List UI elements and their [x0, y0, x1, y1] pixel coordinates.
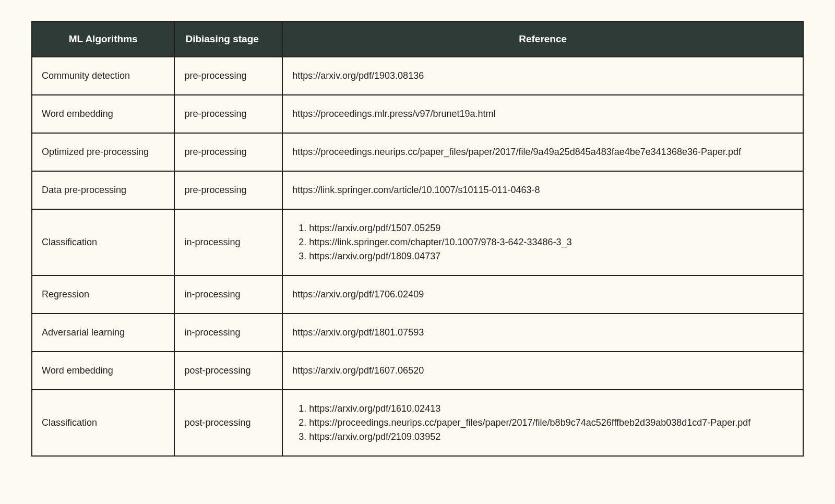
cell-algo: Regression	[32, 275, 174, 314]
cell-stage: post-processing	[174, 352, 282, 390]
table-row: Word embeddingpre-processinghttps://proc…	[32, 95, 803, 133]
header-stage: Dibiasing stage	[174, 21, 282, 57]
ref-list: https://arxiv.org/pdf/1507.05259https://…	[292, 221, 793, 263]
ref-list: https://arxiv.org/pdf/1610.02413https://…	[292, 402, 793, 444]
cell-algo: Classification	[32, 209, 174, 275]
table-body: Community detectionpre-processinghttps:/…	[32, 57, 803, 456]
ref-link: https://proceedings.mlr.press/v97/brunet…	[292, 109, 495, 119]
cell-ref: https://proceedings.neurips.cc/paper_fil…	[282, 133, 803, 171]
cell-algo: Adversarial learning	[32, 314, 174, 352]
ref-list-item: https://proceedings.neurips.cc/paper_fil…	[309, 416, 793, 430]
ref-link: https://arxiv.org/pdf/1903.08136	[292, 70, 424, 81]
cell-algo: Word embedding	[32, 352, 174, 390]
table-row: Classificationin-processinghttps://arxiv…	[32, 209, 803, 275]
table-row: Adversarial learningin-processinghttps:/…	[32, 314, 803, 352]
cell-ref: https://arxiv.org/pdf/1507.05259https://…	[282, 209, 803, 275]
ref-link: https://arxiv.org/pdf/1706.02409	[292, 289, 424, 299]
cell-ref: https://arxiv.org/pdf/1610.02413https://…	[282, 390, 803, 456]
ref-link: https://proceedings.neurips.cc/paper_fil…	[292, 147, 741, 157]
cell-ref: https://arxiv.org/pdf/1801.07593	[282, 314, 803, 352]
ref-link: https://arxiv.org/pdf/1801.07593	[292, 327, 424, 338]
header-algo: ML Algorithms	[32, 21, 174, 57]
ref-link: https://arxiv.org/pdf/1607.06520	[292, 365, 424, 376]
cell-algo: Community detection	[32, 57, 174, 95]
cell-stage: pre-processing	[174, 95, 282, 133]
ref-list-item: https://arxiv.org/pdf/1809.04737	[309, 249, 793, 263]
ref-list-item: https://arxiv.org/pdf/2109.03952	[309, 430, 793, 444]
table-row: Classificationpost-processinghttps://arx…	[32, 390, 803, 456]
ref-list-item: https://arxiv.org/pdf/1507.05259	[309, 221, 793, 235]
cell-ref: https://proceedings.mlr.press/v97/brunet…	[282, 95, 803, 133]
ref-list-item: https://arxiv.org/pdf/1610.02413	[309, 402, 793, 416]
table-row: Community detectionpre-processinghttps:/…	[32, 57, 803, 95]
cell-stage: in-processing	[174, 314, 282, 352]
cell-stage: post-processing	[174, 390, 282, 456]
cell-ref: https://arxiv.org/pdf/1903.08136	[282, 57, 803, 95]
cell-algo: Word embedding	[32, 95, 174, 133]
cell-stage: in-processing	[174, 209, 282, 275]
table-row: Data pre-processingpre-processinghttps:/…	[32, 171, 803, 209]
cell-algo: Optimized pre-processing	[32, 133, 174, 171]
ref-list-item: https://link.springer.com/chapter/10.100…	[309, 235, 793, 249]
cell-ref: https://arxiv.org/pdf/1607.06520	[282, 352, 803, 390]
cell-stage: pre-processing	[174, 133, 282, 171]
table-row: Optimized pre-processingpre-processinght…	[32, 133, 803, 171]
table-header-row: ML Algorithms Dibiasing stage Reference	[32, 21, 803, 57]
ref-link: https://link.springer.com/article/10.100…	[292, 185, 540, 195]
table-row: Regressionin-processinghttps://arxiv.org…	[32, 275, 803, 314]
table-row: Word embeddingpost-processinghttps://arx…	[32, 352, 803, 390]
cell-stage: in-processing	[174, 275, 282, 314]
cell-stage: pre-processing	[174, 57, 282, 95]
cell-stage: pre-processing	[174, 171, 282, 209]
header-ref: Reference	[282, 21, 803, 57]
debiasing-table: ML Algorithms Dibiasing stage Reference …	[31, 21, 804, 457]
cell-ref: https://link.springer.com/article/10.100…	[282, 171, 803, 209]
cell-algo: Data pre-processing	[32, 171, 174, 209]
cell-ref: https://arxiv.org/pdf/1706.02409	[282, 275, 803, 314]
cell-algo: Classification	[32, 390, 174, 456]
